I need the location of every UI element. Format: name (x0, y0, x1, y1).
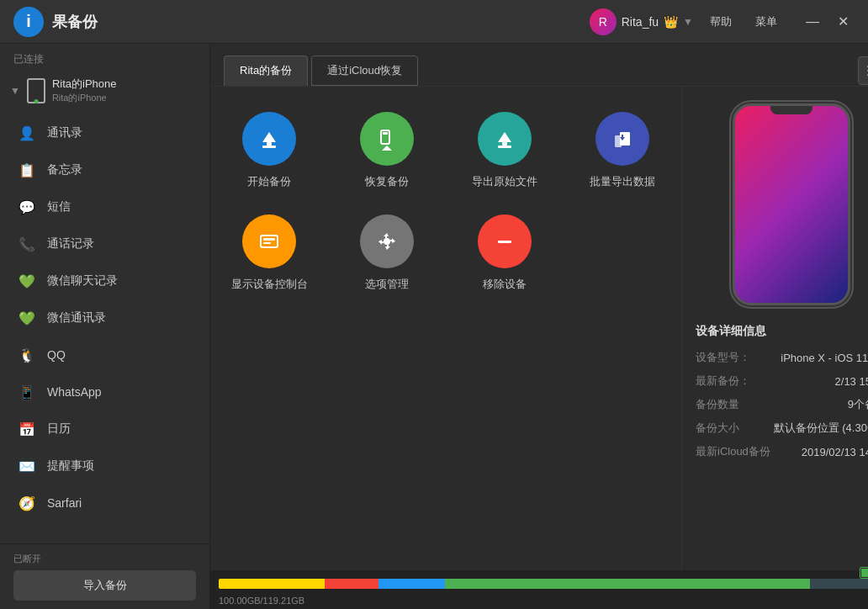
sidebar-item-wechat-chat[interactable]: 💚 微信聊天记录 (0, 262, 209, 299)
battery-indicator (860, 567, 868, 579)
tab-list-icon[interactable]: ☰ (858, 56, 868, 85)
storage-bar (219, 579, 868, 589)
sidebar-icon-wechat-chat: 💚 (17, 271, 37, 291)
device-sub: Rita的iPhone (52, 92, 117, 104)
sidebar-label-qq: QQ (47, 348, 66, 362)
svg-point-16 (384, 238, 390, 245)
sidebar-label-wechat-contacts: 微信通讯录 (47, 310, 106, 326)
storage-seg-blue (378, 579, 445, 589)
action-circle-remove-device (478, 214, 532, 268)
battery-fill (861, 569, 868, 577)
action-label-restore-backup: 恢复备份 (365, 174, 409, 189)
info-value-1: 2/13 15:37 (835, 375, 868, 388)
sidebar-label-whatsapp: WhatsApp (47, 385, 102, 399)
avatar: R (590, 8, 617, 35)
info-row-0: 设备型号：iPhone X - iOS 11.3.3 (696, 350, 868, 365)
device-expand-arrow[interactable]: ▼ (10, 85, 20, 97)
svg-marker-5 (382, 146, 392, 151)
action-batch-export[interactable]: 批量导出数据 (580, 112, 664, 189)
sidebar-icon-notes: 📋 (17, 160, 37, 180)
device-info-header: 设备详细信息 ••• (696, 322, 868, 340)
storage-text: 100.00GB/119.21GB (219, 596, 868, 609)
action-remove-device[interactable]: 移除设备 (463, 214, 547, 292)
action-label-start-backup: 开始备份 (247, 174, 291, 189)
phone-notch (770, 106, 812, 114)
user-info: R Rita_fu 👑 ▼ (590, 8, 693, 35)
actions-row-1: 开始备份恢复备份导出原始文件批量导出数据 (227, 112, 664, 189)
sidebar-icon-qq: 🐧 (17, 345, 37, 365)
actions-area: 开始备份恢复备份导出原始文件批量导出数据 显示设备控制台选项管理移除设备 (210, 87, 681, 570)
device-item[interactable]: ▼ Rita的iPhone Rita的iPhone (0, 70, 209, 111)
sidebar-icon-wechat-contacts: 💚 (17, 308, 37, 328)
help-button[interactable]: 帮助 (703, 11, 738, 33)
device-name: Rita的iPhone (52, 77, 117, 92)
svg-rect-4 (383, 132, 388, 135)
action-restore-backup[interactable]: 恢复备份 (345, 112, 429, 189)
sidebar-item-qq[interactable]: 🐧 QQ (0, 336, 209, 373)
sidebar-item-contacts[interactable]: 👤 通讯录 (0, 114, 209, 151)
import-backup-button[interactable]: 导入备份 (13, 570, 196, 601)
sidebar-items: 👤 通讯录 📋 备忘录 💬 短信 📞 通话记录 💚 微信聊天记录 💚 微信通讯录… (0, 111, 209, 543)
device-info-rows: 设备型号：iPhone X - iOS 11.3.3最新备份：2/13 15:3… (696, 350, 868, 459)
sidebar: 已连接 ▼ Rita的iPhone Rita的iPhone 👤 通讯录 📋 备忘… (0, 44, 210, 609)
info-label-2: 备份数量 (696, 397, 739, 412)
device-phone-icon (27, 78, 45, 103)
sidebar-item-notes[interactable]: 📋 备忘录 (0, 151, 209, 188)
minimize-button[interactable]: — (801, 10, 824, 34)
action-circle-start-backup (242, 112, 296, 166)
sidebar-item-sms[interactable]: 💬 短信 (0, 188, 209, 225)
tab-rita-backup[interactable]: Rita的备份 (224, 56, 308, 86)
sidebar-icon-contacts: 👤 (17, 123, 37, 143)
storage-seg-dark (810, 579, 868, 589)
info-label-0: 设备型号： (696, 350, 750, 365)
svg-rect-15 (263, 242, 271, 244)
info-row-1: 最新备份：2/13 15:37 (696, 373, 868, 389)
svg-rect-7 (502, 142, 507, 146)
action-circle-restore-backup (360, 112, 414, 166)
sidebar-icon-safari: 🧭 (17, 493, 37, 513)
menu-button[interactable]: 菜单 (749, 11, 784, 33)
sidebar-item-safari[interactable]: 🧭 Sarfari (0, 485, 209, 522)
sidebar-item-wechat-contacts[interactable]: 💚 微信通讯录 (0, 299, 209, 336)
sidebar-label-safari: Sarfari (47, 496, 82, 510)
disconnected-label: 已断开 (13, 553, 196, 565)
svg-rect-1 (267, 142, 272, 146)
sidebar-item-calls[interactable]: 📞 通话记录 (0, 225, 209, 262)
close-button[interactable]: ✕ (831, 10, 855, 34)
svg-rect-17 (498, 241, 511, 243)
svg-rect-2 (262, 146, 276, 148)
svg-marker-6 (498, 132, 511, 142)
sidebar-item-whatsapp[interactable]: 📱 WhatsApp (0, 373, 209, 410)
user-name: Rita_fu (622, 15, 659, 29)
action-start-backup[interactable]: 开始备份 (227, 112, 311, 189)
action-label-batch-export: 批量导出数据 (590, 174, 655, 189)
titlebar-right: R Rita_fu 👑 ▼ 帮助 菜单 — ✕ (590, 8, 855, 35)
storage-seg-green (445, 579, 811, 589)
action-label-export-raw: 导出原始文件 (472, 174, 537, 189)
sidebar-label-reminders: 提醒事项 (47, 458, 94, 474)
content-area: Rita的备份 通过iCloud恢复 ☰ 开始备份恢复备份导出原始文件批量导出数… (210, 44, 868, 609)
info-value-2: 9个备份 (848, 397, 868, 412)
device-info: Rita的iPhone Rita的iPhone (52, 77, 117, 104)
user-dropdown-arrow[interactable]: ▼ (683, 16, 693, 28)
content-body: 开始备份恢复备份导出原始文件批量导出数据 显示设备控制台选项管理移除设备 设备详… (210, 87, 868, 570)
device-panel: 设备详细信息 ••• 设备型号：iPhone X - iOS 11.3.3最新备… (681, 87, 868, 570)
action-label-remove-device: 移除设备 (483, 277, 527, 292)
action-label-options: 选项管理 (365, 277, 409, 292)
sidebar-item-calendar[interactable]: 📅 日历 (0, 410, 209, 447)
sidebar-item-reminders[interactable]: ✉️ 提醒事项 (0, 447, 209, 485)
action-export-raw[interactable]: 导出原始文件 (463, 112, 547, 189)
window-controls: — ✕ (801, 10, 855, 34)
sidebar-icon-calls: 📞 (17, 234, 37, 254)
info-value-4: 2019/02/13 14:00 (802, 446, 868, 458)
sidebar-label-calls: 通话记录 (47, 236, 94, 252)
app-name: 果备份 (52, 12, 590, 32)
info-label-4: 最新iCloud备份 (696, 444, 770, 459)
sidebar-bottom: 已断开 导入备份 (0, 543, 209, 609)
svg-rect-14 (263, 238, 275, 241)
sidebar-icon-reminders: ✉️ (17, 456, 37, 476)
action-options[interactable]: 选项管理 (345, 214, 429, 292)
action-circle-options (360, 214, 414, 268)
tab-icloud-restore[interactable]: 通过iCloud恢复 (311, 56, 418, 86)
action-show-console[interactable]: 显示设备控制台 (227, 214, 311, 292)
